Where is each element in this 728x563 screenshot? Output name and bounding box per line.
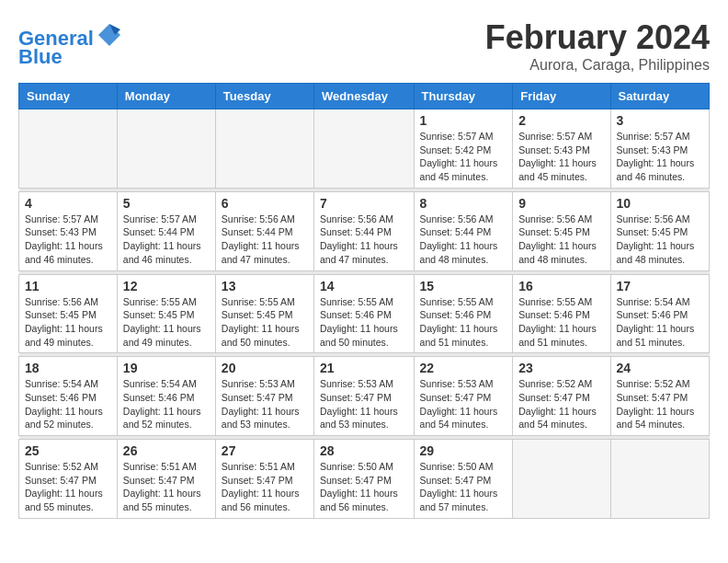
calendar-cell: 14Sunrise: 5:55 AM Sunset: 5:46 PM Dayli… xyxy=(314,274,415,353)
weekday-header-friday: Friday xyxy=(513,84,610,109)
calendar-cell: 4Sunrise: 5:57 AM Sunset: 5:43 PM Daylig… xyxy=(19,191,118,270)
day-detail: Sunrise: 5:57 AM Sunset: 5:44 PM Dayligh… xyxy=(123,213,210,267)
logo-blue-text: Blue xyxy=(18,46,63,68)
weekday-header-monday: Monday xyxy=(117,84,215,109)
day-detail: Sunrise: 5:56 AM Sunset: 5:45 PM Dayligh… xyxy=(518,213,604,267)
calendar-cell: 12Sunrise: 5:55 AM Sunset: 5:45 PM Dayli… xyxy=(117,274,215,353)
day-number: 14 xyxy=(320,279,408,293)
day-number: 2 xyxy=(518,113,604,128)
calendar-cell: 19Sunrise: 5:54 AM Sunset: 5:46 PM Dayli… xyxy=(117,357,215,436)
calendar-cell: 18Sunrise: 5:54 AM Sunset: 5:46 PM Dayli… xyxy=(19,357,118,436)
day-number: 1 xyxy=(420,113,507,128)
day-detail: Sunrise: 5:56 AM Sunset: 5:45 PM Dayligh… xyxy=(25,295,111,350)
day-detail: Sunrise: 5:57 AM Sunset: 5:43 PM Dayligh… xyxy=(617,130,703,184)
day-number: 28 xyxy=(320,443,408,458)
day-number: 5 xyxy=(123,196,210,211)
calendar-table: SundayMondayTuesdayWednesdayThursdayFrid… xyxy=(18,83,710,519)
logo: General Blue xyxy=(18,28,122,68)
day-detail: Sunrise: 5:56 AM Sunset: 5:44 PM Dayligh… xyxy=(222,213,308,267)
day-number: 17 xyxy=(617,279,703,293)
day-number: 4 xyxy=(25,196,111,211)
day-number: 10 xyxy=(617,196,703,211)
calendar-week-4: 18Sunrise: 5:54 AM Sunset: 5:46 PM Dayli… xyxy=(19,357,710,436)
day-detail: Sunrise: 5:55 AM Sunset: 5:46 PM Dayligh… xyxy=(320,295,408,350)
day-detail: Sunrise: 5:54 AM Sunset: 5:46 PM Dayligh… xyxy=(25,377,111,431)
calendar-cell: 7Sunrise: 5:56 AM Sunset: 5:44 PM Daylig… xyxy=(314,191,415,270)
day-detail: Sunrise: 5:56 AM Sunset: 5:45 PM Dayligh… xyxy=(617,213,703,267)
calendar-week-5: 25Sunrise: 5:52 AM Sunset: 5:47 PM Dayli… xyxy=(19,440,710,519)
day-detail: Sunrise: 5:56 AM Sunset: 5:44 PM Dayligh… xyxy=(320,213,408,267)
day-detail: Sunrise: 5:50 AM Sunset: 5:47 PM Dayligh… xyxy=(320,460,408,514)
day-number: 22 xyxy=(420,361,507,375)
day-detail: Sunrise: 5:54 AM Sunset: 5:46 PM Dayligh… xyxy=(617,295,703,350)
day-number: 29 xyxy=(420,443,507,458)
day-number: 8 xyxy=(420,196,507,211)
day-detail: Sunrise: 5:52 AM Sunset: 5:47 PM Dayligh… xyxy=(518,377,604,431)
header: General Blue February 2024 Aurora, Carag… xyxy=(18,18,710,74)
calendar-cell: 9Sunrise: 5:56 AM Sunset: 5:45 PM Daylig… xyxy=(513,191,610,270)
day-number: 16 xyxy=(518,279,604,293)
day-number: 19 xyxy=(123,361,210,375)
calendar-cell: 21Sunrise: 5:53 AM Sunset: 5:47 PM Dayli… xyxy=(314,357,415,436)
weekday-header-tuesday: Tuesday xyxy=(215,84,313,109)
calendar-cell: 20Sunrise: 5:53 AM Sunset: 5:47 PM Dayli… xyxy=(215,357,313,436)
calendar-cell: 28Sunrise: 5:50 AM Sunset: 5:47 PM Dayli… xyxy=(314,440,415,519)
day-detail: Sunrise: 5:55 AM Sunset: 5:45 PM Dayligh… xyxy=(123,295,210,350)
calendar-cell: 2Sunrise: 5:57 AM Sunset: 5:43 PM Daylig… xyxy=(513,109,610,189)
day-number: 24 xyxy=(617,361,703,375)
day-detail: Sunrise: 5:50 AM Sunset: 5:47 PM Dayligh… xyxy=(420,460,507,514)
calendar-cell: 13Sunrise: 5:55 AM Sunset: 5:45 PM Dayli… xyxy=(215,274,313,353)
location-title: Aurora, Caraga, Philippines xyxy=(485,57,710,74)
day-number: 15 xyxy=(420,279,507,293)
day-number: 27 xyxy=(222,443,308,458)
calendar-week-1: 1Sunrise: 5:57 AM Sunset: 5:42 PM Daylig… xyxy=(19,109,710,189)
calendar-cell xyxy=(19,109,118,189)
day-number: 11 xyxy=(25,279,111,293)
day-detail: Sunrise: 5:52 AM Sunset: 5:47 PM Dayligh… xyxy=(25,460,111,514)
calendar-cell xyxy=(314,109,415,189)
day-detail: Sunrise: 5:55 AM Sunset: 5:46 PM Dayligh… xyxy=(518,295,604,350)
day-detail: Sunrise: 5:53 AM Sunset: 5:47 PM Dayligh… xyxy=(420,377,507,431)
calendar-cell: 11Sunrise: 5:56 AM Sunset: 5:45 PM Dayli… xyxy=(19,274,118,353)
calendar-cell xyxy=(117,109,215,189)
day-number: 25 xyxy=(25,443,111,458)
weekday-header-saturday: Saturday xyxy=(610,84,709,109)
calendar-cell xyxy=(610,440,709,519)
logo-icon xyxy=(97,22,122,48)
calendar-cell: 25Sunrise: 5:52 AM Sunset: 5:47 PM Dayli… xyxy=(19,440,118,519)
day-number: 13 xyxy=(222,279,308,293)
day-detail: Sunrise: 5:57 AM Sunset: 5:43 PM Dayligh… xyxy=(25,213,111,267)
calendar-week-3: 11Sunrise: 5:56 AM Sunset: 5:45 PM Dayli… xyxy=(19,274,710,353)
calendar-cell: 1Sunrise: 5:57 AM Sunset: 5:42 PM Daylig… xyxy=(414,109,513,189)
calendar-cell: 15Sunrise: 5:55 AM Sunset: 5:46 PM Dayli… xyxy=(414,274,513,353)
calendar-cell: 24Sunrise: 5:52 AM Sunset: 5:47 PM Dayli… xyxy=(610,357,709,436)
calendar-cell: 8Sunrise: 5:56 AM Sunset: 5:44 PM Daylig… xyxy=(414,191,513,270)
day-number: 20 xyxy=(222,361,308,375)
day-detail: Sunrise: 5:57 AM Sunset: 5:43 PM Dayligh… xyxy=(518,130,604,184)
day-number: 23 xyxy=(518,361,604,375)
day-number: 6 xyxy=(222,196,308,211)
calendar-cell: 3Sunrise: 5:57 AM Sunset: 5:43 PM Daylig… xyxy=(610,109,709,189)
title-area: February 2024 Aurora, Caraga, Philippine… xyxy=(485,18,710,74)
weekday-header-thursday: Thursday xyxy=(414,84,513,109)
calendar-cell: 22Sunrise: 5:53 AM Sunset: 5:47 PM Dayli… xyxy=(414,357,513,436)
calendar-cell xyxy=(513,440,610,519)
day-detail: Sunrise: 5:53 AM Sunset: 5:47 PM Dayligh… xyxy=(320,377,408,431)
day-number: 21 xyxy=(320,361,408,375)
day-detail: Sunrise: 5:51 AM Sunset: 5:47 PM Dayligh… xyxy=(222,460,308,514)
day-number: 9 xyxy=(518,196,604,211)
weekday-header-wednesday: Wednesday xyxy=(314,84,415,109)
calendar-cell: 23Sunrise: 5:52 AM Sunset: 5:47 PM Dayli… xyxy=(513,357,610,436)
calendar-cell: 16Sunrise: 5:55 AM Sunset: 5:46 PM Dayli… xyxy=(513,274,610,353)
day-detail: Sunrise: 5:56 AM Sunset: 5:44 PM Dayligh… xyxy=(420,213,507,267)
day-number: 18 xyxy=(25,361,111,375)
day-detail: Sunrise: 5:55 AM Sunset: 5:45 PM Dayligh… xyxy=(222,295,308,350)
day-number: 12 xyxy=(123,279,210,293)
day-number: 7 xyxy=(320,196,408,211)
calendar-cell xyxy=(215,109,313,189)
day-detail: Sunrise: 5:52 AM Sunset: 5:47 PM Dayligh… xyxy=(617,377,703,431)
day-detail: Sunrise: 5:51 AM Sunset: 5:47 PM Dayligh… xyxy=(123,460,210,514)
calendar-cell: 29Sunrise: 5:50 AM Sunset: 5:47 PM Dayli… xyxy=(414,440,513,519)
calendar-cell: 6Sunrise: 5:56 AM Sunset: 5:44 PM Daylig… xyxy=(215,191,313,270)
calendar-cell: 10Sunrise: 5:56 AM Sunset: 5:45 PM Dayli… xyxy=(610,191,709,270)
